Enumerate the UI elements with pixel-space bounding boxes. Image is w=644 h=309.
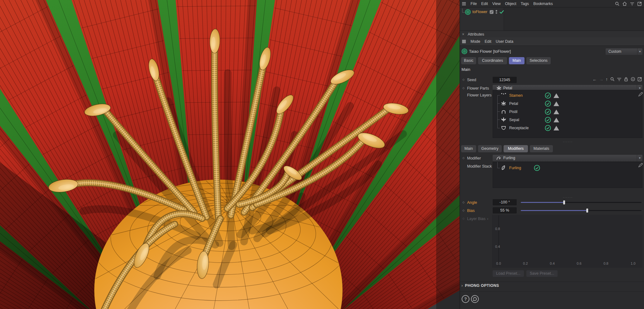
attr-menu-user-data[interactable]: User Data	[496, 39, 513, 44]
tab-selections[interactable]: Selections	[526, 57, 551, 64]
graph-x-tick: 1.0	[631, 262, 635, 265]
open-in-window-icon[interactable]	[637, 77, 642, 81]
angle-input[interactable]: -100 °	[493, 199, 517, 205]
object-name[interactable]: toFlower	[472, 10, 487, 14]
search-icon[interactable]	[615, 1, 620, 6]
filter-icon[interactable]	[630, 1, 635, 6]
menu-file[interactable]: File	[471, 2, 477, 6]
check-circle-icon[interactable]	[544, 100, 551, 107]
angle-slider[interactable]	[521, 202, 642, 203]
key-diamond-icon[interactable]: ◇	[462, 201, 466, 204]
graph-x-tick: 0.6	[577, 262, 581, 265]
graph-x-tick: 0.4	[550, 262, 554, 265]
hamburger-menu-icon[interactable]	[462, 2, 466, 6]
up-arrow-icon[interactable]: ↑	[606, 77, 608, 82]
stack-row-furling[interactable]: Furling	[493, 164, 642, 172]
group-separator-dots[interactable]: ······	[563, 196, 573, 199]
enabled-check-icon[interactable]	[499, 10, 504, 14]
subtab-geometry[interactable]: Geometry	[478, 145, 502, 152]
modifier-stack-list: Furling	[493, 162, 642, 188]
reset-refresh-icon[interactable]	[471, 295, 479, 303]
graph-x-tick: 0.0	[496, 262, 501, 265]
menu-bookmarks[interactable]: Bookmarks	[533, 2, 553, 6]
petal-icon	[500, 101, 507, 106]
subtab-modifiers[interactable]: Modifiers	[504, 145, 528, 152]
tab-basic[interactable]: Basic	[461, 57, 476, 64]
layer-row-stamen[interactable]: Stamen	[493, 91, 642, 100]
load-preset-button[interactable]: Load Preset...	[493, 270, 524, 277]
group-separator-dots[interactable]: ······	[563, 140, 573, 144]
modifier-stack-label[interactable]: Modifier Stack›	[467, 164, 495, 169]
app-window: File Edit View Object Tags Bookmarks	[0, 0, 644, 309]
phong-options-header[interactable]: › PHONG OPTIONS	[461, 283, 499, 288]
attr-menu-mode[interactable]: Mode	[471, 39, 480, 44]
menu-edit[interactable]: Edit	[481, 2, 488, 6]
forward-arrow-icon[interactable]: →	[599, 77, 603, 82]
target-icon[interactable]	[631, 77, 635, 81]
triangle-icon[interactable]	[554, 93, 559, 98]
menu-view[interactable]: View	[492, 2, 501, 6]
stamen-icon	[500, 92, 507, 99]
open-in-window-icon[interactable]	[637, 1, 642, 6]
layer-row-pistil[interactable]: Pistil	[493, 108, 642, 116]
visibility-dots-icon[interactable]	[495, 9, 498, 14]
lock-icon[interactable]	[624, 77, 628, 81]
display-tag-icon[interactable]	[490, 10, 494, 14]
object-manager: toFlower	[460, 7, 644, 31]
chevron-down-icon: ▼	[637, 155, 642, 161]
tree-branch-line	[460, 8, 465, 15]
chevron-right-icon: ›	[461, 283, 463, 288]
home-icon[interactable]	[622, 1, 627, 6]
pick-pencil-icon[interactable]	[638, 92, 643, 97]
object-tree-row-toflower[interactable]: toFlower	[460, 8, 510, 15]
layer-bias-graph[interactable]: 0.8 0.4 0.0 0.2 0.4 0.6 0.8 1.0	[492, 215, 642, 268]
close-icon[interactable]: ×	[462, 32, 464, 37]
triangle-icon[interactable]	[554, 126, 559, 130]
preset-dropdown[interactable]: Custom ▼	[606, 48, 642, 55]
check-circle-icon[interactable]	[544, 116, 551, 123]
layer-row-petal[interactable]: Petal	[493, 100, 642, 108]
flower-generator-icon	[465, 9, 471, 15]
key-diamond-icon[interactable]: ◇	[462, 209, 466, 212]
flower-generator-icon	[461, 48, 467, 54]
triangle-icon[interactable]	[554, 101, 559, 106]
layer-row-receptacle[interactable]: Receptacle	[493, 124, 642, 132]
subtab-materials[interactable]: Materials	[530, 145, 553, 152]
hamburger-menu-icon[interactable]	[462, 40, 466, 43]
menu-object[interactable]: Object	[505, 2, 516, 6]
subtab-main[interactable]: Main	[461, 145, 476, 152]
right-panel: File Edit View Object Tags Bookmarks	[460, 0, 644, 309]
attr-menu-edit[interactable]: Edit	[485, 39, 491, 44]
save-preset-button[interactable]: Save Preset...	[526, 270, 558, 277]
modifier-dropdown[interactable]: Furling ▼	[493, 155, 642, 161]
seed-input[interactable]: 12345	[493, 77, 517, 83]
bias-input[interactable]: 55 %	[493, 207, 517, 213]
key-diamond-icon[interactable]: ◇	[462, 86, 466, 90]
tab-coordinates[interactable]: Coordinates	[478, 57, 507, 64]
key-diamond-icon[interactable]: ◇	[462, 156, 466, 159]
bias-slider[interactable]	[521, 210, 642, 211]
flower-layers-label[interactable]: Flower Layers›	[467, 93, 495, 97]
viewport-3d[interactable]	[0, 0, 460, 309]
pick-pencil-icon[interactable]	[638, 163, 643, 168]
modifier-label: Modifier	[467, 156, 481, 160]
check-circle-icon[interactable]	[544, 92, 551, 99]
menu-tags[interactable]: Tags	[521, 2, 529, 6]
layer-name: Petal	[509, 101, 518, 106]
check-circle-icon[interactable]	[534, 164, 540, 171]
sepal-icon	[500, 117, 507, 123]
search-icon[interactable]	[610, 77, 615, 81]
triangle-icon[interactable]	[554, 118, 559, 122]
triangle-icon[interactable]	[554, 110, 559, 114]
help-icon[interactable]: ?	[461, 295, 470, 303]
tab-main[interactable]: Main	[509, 57, 524, 64]
check-circle-icon[interactable]	[544, 125, 551, 131]
bias-label: Bias	[467, 208, 475, 213]
flower-layers-list: Stamen Petal	[493, 90, 642, 138]
layer-row-sepal[interactable]: Sepal	[493, 116, 642, 124]
back-arrow-icon[interactable]: ←	[593, 77, 597, 82]
filter-icon[interactable]	[617, 77, 622, 81]
key-diamond-icon[interactable]: ◇	[462, 78, 466, 81]
angle-label: Angle	[467, 200, 477, 205]
check-circle-icon[interactable]	[544, 108, 551, 115]
